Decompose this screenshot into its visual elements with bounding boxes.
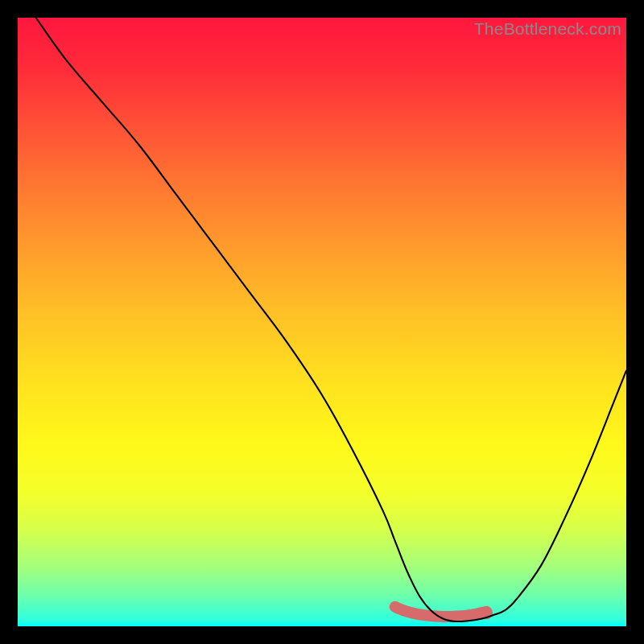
chart-svg xyxy=(18,18,626,626)
chart-plot-area: TheBottleneck.com xyxy=(18,18,626,626)
bottleneck-curve xyxy=(36,18,626,621)
optimal-range-highlight xyxy=(395,607,486,617)
chart-frame: TheBottleneck.com xyxy=(0,0,644,644)
